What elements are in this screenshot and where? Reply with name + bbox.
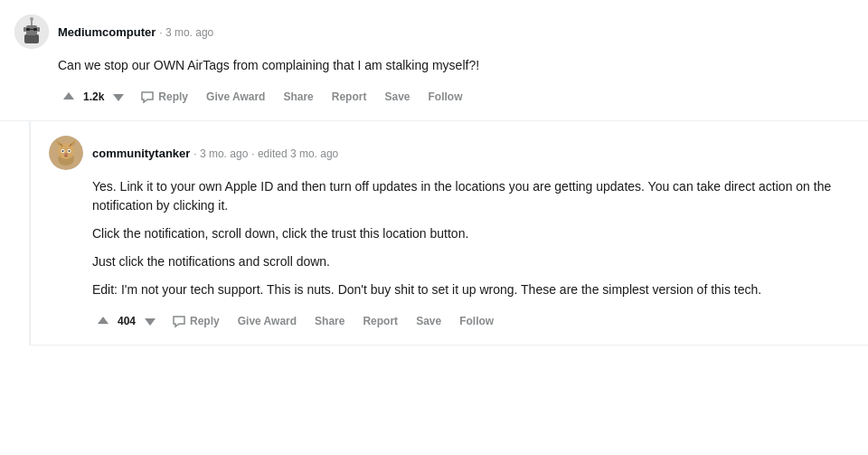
comment-2-meta: communitytanker · 3 mo. ago · edited 3 m…	[92, 146, 338, 160]
share-button-2[interactable]: Share	[307, 309, 352, 333]
vote-container-1: 1.2k	[58, 86, 129, 108]
comment-2-edited-sep: ·	[251, 147, 258, 160]
svg-point-19	[62, 150, 64, 152]
comment-2-sep: ·	[193, 147, 200, 160]
comment-2-timestamp: 3 mo. ago	[200, 147, 248, 160]
save-label-2: Save	[416, 315, 441, 327]
comment-1-username[interactable]: Mediumcomputer	[58, 25, 156, 39]
comment-1-body: Can we stop our OWN AirTags from complai…	[58, 56, 854, 75]
save-button-1[interactable]: Save	[377, 85, 417, 109]
give-award-label-2: Give Award	[238, 315, 297, 327]
comment-2: communitytanker · 3 mo. ago · edited 3 m…	[29, 121, 868, 346]
give-award-label-1: Give Award	[206, 90, 265, 103]
comment-2-para-2: Click the notification, scroll down, cli…	[92, 224, 854, 243]
comment-1-time: ·	[159, 26, 165, 39]
upvote-button-2[interactable]	[92, 310, 114, 332]
give-award-button-2[interactable]: Give Award	[231, 309, 304, 333]
reply-label-1: Reply	[158, 90, 188, 103]
follow-label-2: Follow	[459, 315, 494, 327]
svg-rect-6	[24, 27, 26, 32]
comment-2-para-1: Yes. Link it to your own Apple ID and th…	[92, 177, 854, 215]
comment-1-meta: Mediumcomputer · 3 mo. ago	[58, 24, 213, 39]
follow-button-2[interactable]: Follow	[452, 309, 501, 333]
comment-1: Mediumcomputer · 3 mo. ago Can we stop o…	[0, 0, 868, 121]
vote-count-1: 1.2k	[83, 90, 104, 103]
comment-2-para-3: Just click the notifications and scroll …	[92, 252, 854, 271]
reply-button-2[interactable]: Reply	[165, 308, 227, 334]
downvote-button-2[interactable]	[139, 310, 161, 332]
svg-rect-4	[33, 28, 37, 31]
svg-point-9	[30, 17, 33, 21]
reply-label-2: Reply	[190, 315, 220, 327]
svg-rect-3	[26, 28, 30, 31]
report-button-1[interactable]: Report	[325, 85, 374, 109]
comment-2-content: Yes. Link it to your own Apple ID and th…	[92, 177, 854, 334]
save-button-2[interactable]: Save	[409, 309, 448, 333]
comment-2-body: Yes. Link it to your own Apple ID and th…	[92, 177, 854, 299]
avatar-1	[14, 14, 49, 49]
reply-button-1[interactable]: Reply	[133, 84, 195, 109]
comment-2-actions: 404 Reply Give Award Share	[92, 308, 854, 334]
upvote-button-1[interactable]	[58, 86, 80, 108]
vote-count-2: 404	[118, 315, 136, 327]
report-label-2: Report	[363, 315, 398, 327]
follow-label-1: Follow	[428, 90, 462, 103]
comment-2-header: communitytanker · 3 mo. ago · edited 3 m…	[49, 136, 854, 170]
share-label-2: Share	[315, 315, 344, 327]
svg-point-21	[65, 154, 68, 156]
save-label-1: Save	[384, 90, 410, 103]
svg-rect-1	[24, 34, 39, 43]
downvote-button-1[interactable]	[108, 86, 129, 108]
follow-button-1[interactable]: Follow	[420, 85, 469, 109]
comment-2-username[interactable]: communitytanker	[92, 147, 190, 160]
comment-2-edited: edited 3 mo. ago	[258, 147, 338, 160]
comment-1-actions: 1.2k Reply Give Award Share	[58, 84, 854, 109]
svg-rect-7	[37, 27, 40, 32]
share-label-1: Share	[283, 90, 313, 103]
svg-point-20	[69, 150, 71, 152]
comment-1-content: Can we stop our OWN AirTags from complai…	[58, 56, 854, 109]
report-button-2[interactable]: Report	[355, 309, 405, 333]
comment-1-text: Can we stop our OWN AirTags from complai…	[58, 56, 854, 75]
give-award-button-1[interactable]: Give Award	[199, 85, 272, 109]
share-button-1[interactable]: Share	[276, 85, 320, 109]
vote-container-2: 404	[92, 310, 161, 332]
report-label-1: Report	[332, 90, 367, 103]
comment-1-header: Mediumcomputer · 3 mo. ago	[14, 14, 854, 49]
comment-1-timestamp: 3 mo. ago	[165, 26, 213, 39]
avatar-2	[49, 136, 83, 170]
comment-2-para-4: Edit: I'm not your tech support. This is…	[92, 280, 854, 299]
